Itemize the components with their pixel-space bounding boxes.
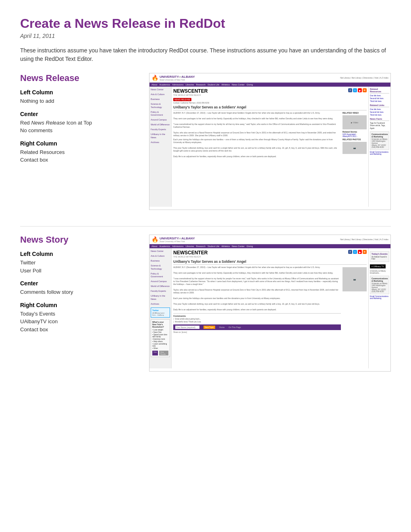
sc-video-placeholder: ▶ Video xyxy=(342,115,367,129)
sc-nav-news-center[interactable]: News Center xyxy=(232,83,245,86)
ns-sc-sidebar-policy[interactable]: Policy & Government xyxy=(151,272,170,278)
sc-nav-bar: About Academics Admissions Libraries Res… xyxy=(149,83,390,87)
sc-nav-research[interactable]: Research xyxy=(196,83,206,86)
sc-nav-athletics[interactable]: Athletics xyxy=(221,83,230,86)
sc-resource-link-2[interactable]: Second link here. xyxy=(370,98,389,100)
news-story-center-label: Center xyxy=(20,280,133,287)
ns-sc-poll-option-5: • Help others xyxy=(152,341,168,343)
sc-resource-link-3[interactable]: Third link here. xyxy=(370,100,389,102)
sc-resource-link-1[interactable]: One link here. xyxy=(370,95,389,97)
sc-related-video-label: RELATED VIDEO xyxy=(342,112,367,114)
ns-sc-ualbany-tv-section: ≡ UAlbany TV University at Albany broadc… xyxy=(370,264,389,274)
ns-sc-sidebar-science[interactable]: Science & Technology xyxy=(151,264,170,270)
ns-sc-sidebar-world[interactable]: World of Difference xyxy=(151,285,170,288)
ns-sc-ualbany-tv-icon[interactable]: ≡ UAlbany TV xyxy=(370,264,386,268)
ns-sc-nav-admissions[interactable]: Admissions xyxy=(172,245,183,247)
sc-news-release-icon: NEWS RELEASE xyxy=(173,98,191,101)
news-story-section: News Story Left Column TwitterUser Poll … xyxy=(20,235,391,372)
ns-sc-on-this-page: On This Page xyxy=(228,326,241,328)
ns-sc-story-content: ALBANY, N.Y. (December 27, 2010) – Lisa … xyxy=(173,266,367,333)
sc-social-icons: f t ▶ R xyxy=(348,88,367,92)
intro-text: These instructions assume you have taken… xyxy=(20,46,391,63)
ns-sc-poll-vote-btn[interactable]: Vote xyxy=(152,351,158,355)
ns-sc-poll-option-6: • Learn something new xyxy=(152,343,168,347)
sc-nav-academics[interactable]: Academics xyxy=(159,83,170,86)
sc-header: 🔥 UNIVERSITYATALBANY State University of… xyxy=(149,73,390,83)
ns-sc-sidebar-campus[interactable]: Around Campus xyxy=(151,280,170,283)
ns-sc-poll-option-3: • Spend more time with family xyxy=(152,334,168,338)
news-story-left-col-items: TwitterUser Poll xyxy=(20,259,133,274)
sc-sidebar-arts[interactable]: Arts & Culture xyxy=(151,93,170,96)
ns-sc-sidebar-arts[interactable]: Arts & Culture xyxy=(151,255,170,258)
sc-related-link-2[interactable]: Second link here. xyxy=(370,111,389,113)
ns-sc-nav-academics[interactable]: Academics xyxy=(159,245,170,247)
ns-sc-comment-2: Wonderful story! Thank you Lisa. xyxy=(173,321,341,323)
sc-sidebar-ualbany-news[interactable]: UAlbany in the News xyxy=(151,133,170,139)
ns-sc-poll-results-btn[interactable]: View Results xyxy=(159,351,168,355)
sc-twitter-icon[interactable]: t xyxy=(353,88,357,92)
ns-sc-contact-info: University at Albany1400 Washington Aven… xyxy=(372,283,388,293)
ns-sc-nav-libraries[interactable]: Libraries xyxy=(185,245,194,247)
sc-related-stories-label: Related Stories xyxy=(342,131,367,133)
sc-youtube-icon[interactable]: ▶ xyxy=(358,88,362,92)
ns-sc-sidebar-archives[interactable]: Archives xyxy=(151,303,170,305)
screenshot-inner: 🔥 UNIVERSITYATALBANY State University of… xyxy=(149,73,390,210)
ns-sc-right-column: Today's Events An Article Found In Find … xyxy=(368,248,390,368)
sc-related-story-2[interactable]: AlbanyNYS 2011... xyxy=(342,135,367,137)
sc-sidebar-policy[interactable]: Policy & Government xyxy=(151,111,170,116)
ns-sc-tv-desc: University at Albany broadcasts... xyxy=(370,270,389,274)
ns-sc-nav-bar: About Academics Admissions Libraries Res… xyxy=(149,244,390,248)
sc-contact-box: Communications & Marketing University at… xyxy=(370,131,389,150)
ns-sc-twitter-feed: @UAlbany tweet here... #ualbany xyxy=(152,312,168,316)
sc-sidebar-news-center[interactable]: News Center xyxy=(151,88,170,91)
ns-sc-comments-section: Comments Great article about giving back… xyxy=(173,313,341,323)
ns-sc-sidebar-news-center[interactable]: News Center xyxy=(151,250,170,253)
sc-sidebar-faculty[interactable]: Faculty Experts xyxy=(151,128,170,131)
ns-sc-sidebar-faculty[interactable]: Faculty Experts xyxy=(151,290,170,293)
ns-sc-contact-title: Communications & Marketing xyxy=(372,277,388,282)
news-story-screenshot-inner: 🔥 UNIVERSITYATALBANY State University of… xyxy=(149,235,390,371)
sc-nav-student-life[interactable]: Student Life xyxy=(208,83,219,86)
sc-body: News Center Arts & Culture Business Scie… xyxy=(149,87,390,207)
ns-sc-nav-giving[interactable]: Giving xyxy=(247,245,253,247)
ns-sc-sidebar-business[interactable]: Business xyxy=(151,260,170,262)
sc-sidebar-science[interactable]: Science & Technology xyxy=(151,103,170,108)
sc-sidebar-campus[interactable]: Around Campus xyxy=(151,118,170,121)
sc-email-comms-link[interactable]: Email Communications and Marketing xyxy=(370,151,389,155)
sc-sidebar-archives[interactable]: Archives xyxy=(151,141,170,144)
ns-sc-main-image: 📷 xyxy=(342,267,367,291)
ns-sc-twitter-icon[interactable]: t xyxy=(353,250,357,254)
news-story-heading: News Story xyxy=(20,235,133,245)
sc-nav-libraries[interactable]: Libraries xyxy=(185,83,194,86)
ns-sc-new-topic-btn[interactable]: New Topic xyxy=(203,326,215,329)
ns-sc-nav-athletics[interactable]: Athletics xyxy=(221,245,230,247)
sc-photo-placeholder: 📷 xyxy=(342,142,367,154)
ns-sc-university-sub: State University of New York xyxy=(160,240,195,243)
news-release-screenshot: 🔥 UNIVERSITYATALBANY State University of… xyxy=(149,73,391,210)
ns-sc-nav-news-center[interactable]: News Center xyxy=(232,245,245,247)
sc-nav-admissions[interactable]: Admissions xyxy=(172,83,183,86)
ns-sc-rss-icon[interactable]: R xyxy=(363,250,367,254)
sc-sidebar-world[interactable]: World of Difference xyxy=(151,123,170,126)
ns-sc-facebook-icon[interactable]: f xyxy=(348,250,352,254)
sc-nav-about[interactable]: About xyxy=(152,83,157,86)
ns-sc-nav-student-life[interactable]: Student Life xyxy=(208,245,219,247)
news-story-center-value: Comments follow story xyxy=(20,288,133,296)
sc-related-link-3[interactable]: Third link here. xyxy=(370,114,389,116)
sc-contact-line: Contact: Catherine Herman | (518) 956-81… xyxy=(173,102,367,104)
sc-facebook-icon[interactable]: f xyxy=(348,88,352,92)
ns-sc-nav-about[interactable]: About xyxy=(152,245,157,247)
sc-sidebar-business[interactable]: Business xyxy=(151,98,170,101)
ns-sc-home-link[interactable]: Home xyxy=(219,326,224,328)
ns-sc-nav-research[interactable]: Research xyxy=(196,245,206,247)
sc-nav-giving[interactable]: Giving xyxy=(247,83,253,86)
ns-sc-email-comms-link[interactable]: Email Communications and Marketing xyxy=(370,295,389,299)
ns-sc-sidebar-ualbany-news[interactable]: UAlbany in the News xyxy=(151,295,170,300)
ns-sc-youtube-icon[interactable]: ▶ xyxy=(358,250,362,254)
ns-sc-twitter-widget: Twitter @UAlbany tweet here... #ualbany xyxy=(151,308,170,318)
sc-related-link-1[interactable]: One link here. xyxy=(370,108,389,110)
sc-rss-icon[interactable]: R xyxy=(363,88,367,92)
ns-sc-login-input[interactable] xyxy=(175,326,199,329)
ns-sc-poll-option-1: • Lose weight xyxy=(152,329,168,331)
ns-sc-poll-widget: What's your New Year's Resolution? • Los… xyxy=(151,319,170,357)
